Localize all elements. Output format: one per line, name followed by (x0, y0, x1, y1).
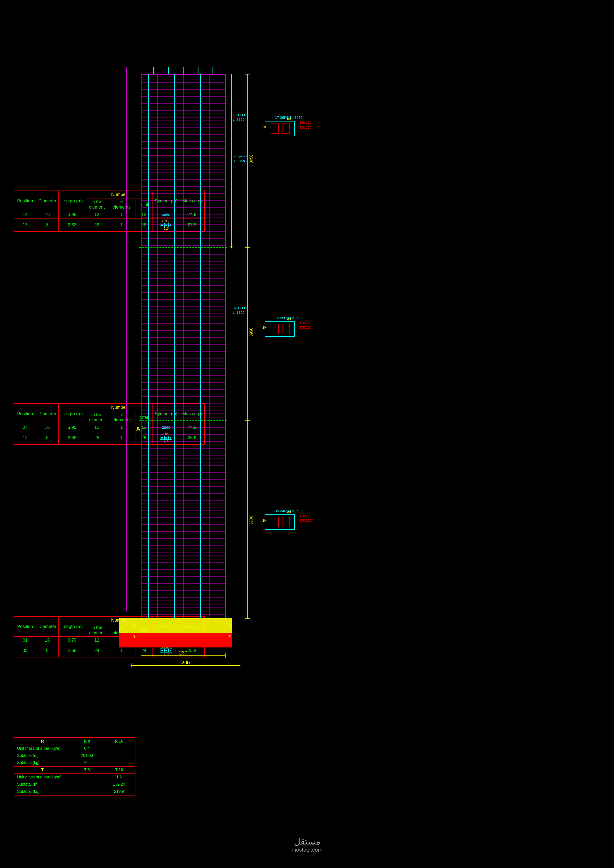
watermark-arabic: مستقل (292, 836, 323, 847)
summary-r16-subtotal-m (103, 752, 135, 760)
summary-r8-subtotal-kg: 79.4 (71, 760, 103, 767)
cell-len: 3.95 (58, 211, 85, 219)
summary-r8-label: R 8 (71, 738, 103, 745)
svg-text:60: 60 (287, 318, 291, 321)
summary-section-r: R R 8 R 16 (14, 738, 135, 745)
col-in-element: in theelement (85, 624, 108, 637)
summary-t-unit-mass-label: Unit mass of a bar (kg/m) (14, 774, 71, 781)
svg-rect-11 (119, 618, 232, 634)
cad-drawing: 230 290 18 12T16-L=3950 07 12T16-L=3950 … (119, 67, 602, 722)
col-in-element: in theelement (85, 411, 108, 424)
cell-dia: 8 (36, 431, 58, 445)
cell-len: 2.68 (58, 431, 85, 445)
summary-t8-subtotal-m (71, 781, 103, 788)
summary-table: R R 8 R 16 Unit mass of a bar (kg/m) 0.4… (14, 737, 135, 795)
summary-t-subtotal-m-label: Subtotal (m) (14, 781, 71, 788)
summary-t16-unit-mass: 1.6 (103, 774, 135, 781)
cell-pos: 12 (14, 431, 36, 445)
summary-r8-unit-mass: 0.4 (71, 745, 103, 752)
cell-in-el: 26 (85, 219, 108, 232)
cell-len: 2.68 (58, 219, 85, 232)
col-position: Position (14, 403, 36, 424)
cell-dia: 16 (36, 637, 58, 644)
cell-pos: 14 (14, 211, 36, 219)
svg-text:3950: 3950 (249, 328, 253, 336)
watermark-url: mostaql.com (292, 847, 323, 853)
svg-text:20: 20 (263, 126, 266, 129)
summary-row: Subtotal (m) 201.00 (14, 752, 135, 760)
cell-in-el: 12 (85, 424, 108, 431)
svg-text:3950: 3950 (249, 154, 253, 163)
watermark: مستقل mostaql.com (292, 836, 323, 853)
summary-t16-subtotal-kg: 219.9 (103, 788, 135, 795)
col-diameter: Diameter (36, 191, 58, 211)
cell-len: 2.68 (58, 644, 85, 657)
cell-dia: 16 (36, 424, 58, 431)
summary-subtotal-m-label: Subtotal (m) (14, 752, 71, 760)
col-length: Length (m) (58, 616, 85, 637)
col-diameter: Diameter (36, 403, 58, 424)
summary-t-subtotal-kg-label: Subtotal (kg) (14, 788, 71, 795)
svg-text:230: 230 (179, 650, 187, 656)
svg-text:L=3950: L=3950 (233, 118, 244, 121)
cell-pos: 05 (14, 644, 36, 657)
svg-rect-207 (271, 517, 278, 527)
summary-t16-label: T 16 (103, 767, 135, 774)
svg-text:100 100: 100 100 (300, 126, 311, 129)
summary-subtotal-kg-label: Subtotal (kg) (14, 760, 71, 767)
summary-row: Subtotal (kg) 79.4 (14, 760, 135, 767)
svg-text:8: 8 (229, 623, 232, 628)
col-length: Length (m) (58, 403, 85, 424)
summary-section-t: T T 8 T 16 (14, 767, 135, 774)
svg-rect-194 (282, 124, 290, 133)
cell-in-el: 24 (85, 644, 108, 657)
col-diameter: Diameter (36, 616, 58, 637)
svg-text:20: 20 (263, 519, 266, 522)
summary-r16-subtotal-kg (103, 760, 135, 767)
cell-pos: 01 (14, 637, 36, 644)
cell-in-el: 25 (85, 431, 108, 445)
cell-in-el: 12 (85, 211, 108, 219)
cell-pos: 17 (14, 219, 36, 232)
svg-text:20: 20 (263, 326, 266, 329)
summary-t-label: T (14, 767, 71, 774)
summary-t16-subtotal-m: 139.20 (103, 781, 135, 788)
svg-rect-193 (271, 124, 278, 133)
summary-row: Subtotal (m) 139.20 (14, 781, 135, 788)
cell-dia: 8 (36, 219, 58, 232)
summary-t8-subtotal-kg (71, 788, 103, 795)
svg-rect-200 (271, 324, 278, 334)
svg-rect-199 (265, 322, 295, 336)
summary-table-container: R R 8 R 16 Unit mass of a bar (kg/m) 0.4… (14, 737, 135, 795)
svg-text:A: A (136, 426, 140, 432)
svg-text:3700: 3700 (249, 516, 253, 525)
svg-text:60: 60 (287, 510, 291, 514)
svg-text:9: 9 (132, 634, 135, 639)
summary-t8-label: T 8 (71, 767, 103, 774)
svg-text:160 160: 160 160 (300, 514, 311, 518)
cell-pos: 07 (14, 424, 36, 431)
summary-row: Unit mass of a bar (kg/m) 1.6 (14, 774, 135, 781)
cell-dia: 8 (36, 644, 58, 657)
col-length: Length (m) (58, 191, 85, 211)
cell-len: 3.95 (58, 424, 85, 431)
summary-r8-subtotal-m: 201.00 (71, 752, 103, 760)
svg-text:160 160: 160 160 (300, 121, 311, 124)
cell-dia: 16 (36, 211, 58, 219)
svg-text:60: 60 (287, 117, 291, 121)
summary-row: Unit mass of a bar (kg/m) 0.4 (14, 745, 135, 752)
summary-r16-label: R 16 (103, 738, 135, 745)
col-position: Position (14, 616, 36, 637)
svg-text:290: 290 (182, 660, 190, 665)
svg-text:18  12T16: 18 12T16 (233, 113, 247, 117)
svg-text:L=3950: L=3950 (233, 310, 244, 315)
summary-unit-mass-label: Unit mass of a bar (kg/m) (14, 745, 71, 752)
cell-len: 3.70 (58, 637, 85, 644)
svg-rect-12 (119, 634, 232, 647)
svg-text:100 100: 100 100 (300, 326, 311, 329)
svg-text:160 160: 160 160 (300, 321, 311, 325)
cell-in-el: 12 (85, 637, 108, 644)
svg-text:8: 8 (132, 623, 135, 628)
summary-r16-unit-mass (103, 745, 135, 752)
col-position: Position (14, 191, 36, 211)
